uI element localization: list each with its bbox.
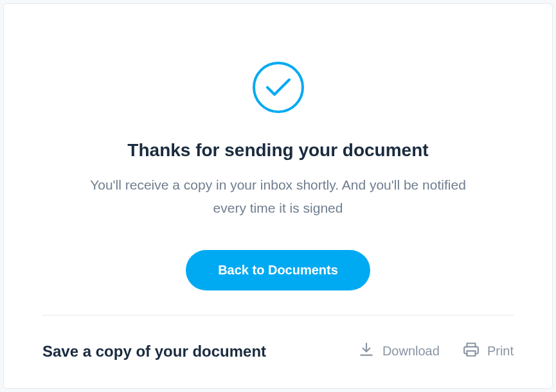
save-copy-title: Save a copy of your document xyxy=(42,343,335,361)
confirmation-subtitle: You'll receive a copy in your inbox shor… xyxy=(73,174,484,219)
print-label: Print xyxy=(487,344,514,359)
print-button[interactable]: Print xyxy=(463,341,514,361)
download-button[interactable]: Download xyxy=(358,341,440,361)
back-to-documents-button[interactable]: Back to Documents xyxy=(186,250,370,290)
print-icon xyxy=(463,341,480,361)
download-label: Download xyxy=(382,344,440,359)
main-section: Thanks for sending your document You'll … xyxy=(4,4,552,315)
confirmation-title: Thanks for sending your document xyxy=(127,140,428,161)
svg-rect-0 xyxy=(467,343,475,346)
checkmark-icon xyxy=(253,62,304,113)
footer-section: Save a copy of your document Download Pr… xyxy=(4,316,552,388)
svg-rect-1 xyxy=(467,351,475,356)
confirmation-card: Thanks for sending your document You'll … xyxy=(3,3,553,389)
download-icon xyxy=(358,341,375,361)
